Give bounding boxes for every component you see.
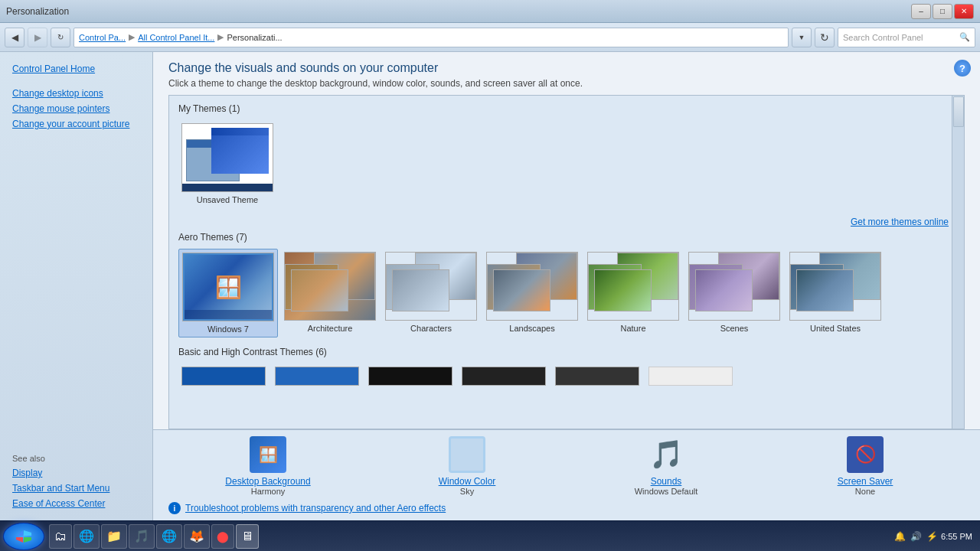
breadcrumb-item-3[interactable]: Personalizati...: [227, 33, 282, 42]
theme-thumb-windows7: 🪟: [182, 253, 274, 321]
sidebar-item-display[interactable]: Display: [0, 465, 152, 481]
troubleshoot-link[interactable]: i Troubleshoot problems with transparenc…: [168, 502, 965, 514]
theme-thumb-united-states: [789, 252, 881, 321]
titlebar: Personalization – □ ✕: [0, 0, 980, 23]
titlebar-buttons: – □ ✕: [911, 4, 974, 19]
start-button[interactable]: [3, 523, 44, 550]
bottom-bar: 🪟 Desktop Background Harmony Window Colo…: [153, 429, 980, 520]
address-box[interactable]: Control Pa... ▶ All Control Panel It... …: [74, 28, 789, 47]
theme-label-landscapes: Landscapes: [509, 324, 554, 333]
breadcrumb-item-1[interactable]: Control Pa...: [79, 33, 126, 42]
theme-item-architecture[interactable]: Architecture: [281, 249, 379, 337]
see-also-label: See also: [0, 452, 152, 465]
sidebar: Control Panel Home Change desktop icons …: [0, 52, 153, 520]
help-button[interactable]: ?: [954, 60, 971, 77]
theme-thumb-basic-white: [648, 367, 733, 386]
sidebar-item-desktop-icons[interactable]: Change desktop icons: [0, 86, 152, 101]
window-color-item[interactable]: Window Color Sky: [421, 436, 513, 496]
desktop-background-link[interactable]: Desktop Background: [225, 476, 310, 487]
desktop-background-item[interactable]: 🪟 Desktop Background Harmony: [222, 436, 314, 496]
desktop-background-sub: Harmony: [251, 487, 286, 496]
scrollbar-track[interactable]: [952, 96, 964, 429]
screen-saver-icon: 🚫: [847, 436, 884, 473]
bottom-icons: 🪟 Desktop Background Harmony Window Colo…: [168, 436, 965, 496]
sidebar-item-mouse-pointers[interactable]: Change mouse pointers: [0, 101, 152, 116]
basic-themes-label: Basic and High Contrast Themes (6): [178, 347, 327, 357]
system-tray: 🔔 🔊 ⚡ 6:55 PM: [890, 531, 977, 542]
taskbar-item-ie[interactable]: 🌐: [74, 524, 100, 549]
theme-item-basic-black3[interactable]: [552, 364, 642, 392]
forward-button[interactable]: ▶: [28, 28, 47, 47]
search-box[interactable]: Search Control Panel 🔍: [838, 28, 975, 47]
address-bar: ◀ ▶ ↻ Control Pa... ▶ All Control Panel …: [0, 23, 980, 52]
scrollbar-thumb[interactable]: [953, 96, 964, 127]
breadcrumb-sep-2: ▶: [217, 32, 224, 42]
taskbar: 🗂 🌐 📁 🎵 🌐 🦊 ⬤ 🖥 🔔 🔊 ⚡ 6:55 PM: [0, 520, 980, 551]
theme-item-basic-black[interactable]: [365, 364, 456, 392]
screen-saver-item[interactable]: 🚫 Screen Saver None: [819, 436, 911, 496]
theme-thumb-basic-black2: [462, 367, 546, 386]
theme-thumb-landscapes: [486, 252, 578, 321]
back-button[interactable]: ◀: [5, 28, 24, 47]
theme-item-nature[interactable]: Nature: [584, 249, 682, 337]
theme-label-unsaved: Unsaved Theme: [197, 195, 259, 204]
refresh-button[interactable]: ↻: [51, 28, 70, 47]
sidebar-item-control-panel-home[interactable]: Control Panel Home: [0, 61, 152, 77]
sidebar-item-taskbar[interactable]: Taskbar and Start Menu: [0, 481, 152, 496]
get-more-themes-link[interactable]: Get more themes online: [851, 217, 949, 227]
sounds-item[interactable]: 🎵 Sounds Windows Default: [620, 436, 712, 496]
theme-thumb-nature: [587, 252, 679, 321]
tray-icon-power: ⚡: [926, 531, 938, 542]
breadcrumb-item-2[interactable]: All Control Panel It...: [138, 33, 214, 42]
breadcrumb-sep-1: ▶: [129, 32, 135, 42]
window-color-icon: [449, 436, 485, 473]
taskbar-item-ie2[interactable]: 🌐: [156, 524, 182, 549]
theme-item-basic-white[interactable]: [645, 364, 736, 392]
my-themes-label: My Themes (1): [178, 103, 240, 114]
my-themes-section-header: My Themes (1): [178, 103, 949, 114]
theme-thumb-basic-blue2: [275, 367, 359, 386]
minimize-button[interactable]: –: [911, 4, 931, 19]
tray-clock[interactable]: 6:55 PM: [941, 532, 972, 541]
theme-label-nature: Nature: [620, 324, 645, 333]
theme-label-architecture: Architecture: [308, 324, 353, 333]
screen-saver-sub: None: [855, 487, 875, 496]
taskbar-item-cp[interactable]: 🖥: [236, 524, 259, 549]
content-area: ? Change the visuals and sounds on your …: [153, 52, 980, 520]
sounds-link[interactable]: Sounds: [651, 476, 682, 487]
refresh-nav[interactable]: ↻: [815, 28, 835, 47]
tray-icon-sound: 🔊: [910, 531, 922, 542]
theme-item-basic-blue[interactable]: [178, 364, 269, 392]
theme-item-landscapes[interactable]: Landscapes: [483, 249, 581, 337]
taskbar-item-app1[interactable]: ⬤: [211, 524, 234, 549]
theme-label-scenes: Scenes: [720, 324, 749, 333]
taskbar-item-media[interactable]: 🎵: [129, 524, 155, 549]
aero-themes-section-header: Aero Themes (7): [178, 232, 949, 243]
window-color-link[interactable]: Window Color: [439, 476, 496, 487]
taskbar-item-firefox[interactable]: 🦊: [184, 524, 210, 549]
address-dropdown[interactable]: ▼: [792, 28, 812, 47]
taskbar-item-filemanager[interactable]: 📁: [101, 524, 127, 549]
theme-thumb-basic-blue: [181, 367, 266, 386]
content-header: Change the visuals and sounds on your co…: [153, 52, 980, 95]
theme-item-characters[interactable]: Characters: [382, 249, 480, 337]
theme-item-united-states[interactable]: United States: [786, 249, 884, 337]
theme-thumb-characters: [385, 252, 477, 321]
screen-saver-link[interactable]: Screen Saver: [838, 476, 893, 487]
themes-inner: My Themes (1) Unsaved Theme: [169, 96, 964, 429]
tray-icons: 🔔 🔊 ⚡: [894, 531, 938, 542]
maximize-button[interactable]: □: [933, 4, 952, 19]
sidebar-item-ease-of-access[interactable]: Ease of Access Center: [0, 496, 152, 511]
sidebar-item-account-picture[interactable]: Change your account picture: [0, 116, 152, 132]
theme-item-unsaved[interactable]: Unsaved Theme: [178, 120, 276, 207]
close-button[interactable]: ✕: [954, 4, 974, 19]
theme-thumb-basic-black3: [555, 367, 639, 386]
page-title: Change the visuals and sounds on your co…: [168, 61, 965, 75]
theme-item-windows7[interactable]: 🪟 Windows 7: [178, 249, 278, 337]
taskbar-item-explorer[interactable]: 🗂: [49, 524, 72, 549]
theme-item-scenes[interactable]: Scenes: [685, 249, 783, 337]
theme-item-basic-black2[interactable]: [459, 364, 549, 392]
aero-themes-label: Aero Themes (7): [178, 232, 247, 243]
theme-item-basic-blue2[interactable]: [272, 364, 362, 392]
basic-themes-section-header: Basic and High Contrast Themes (6): [178, 347, 949, 357]
